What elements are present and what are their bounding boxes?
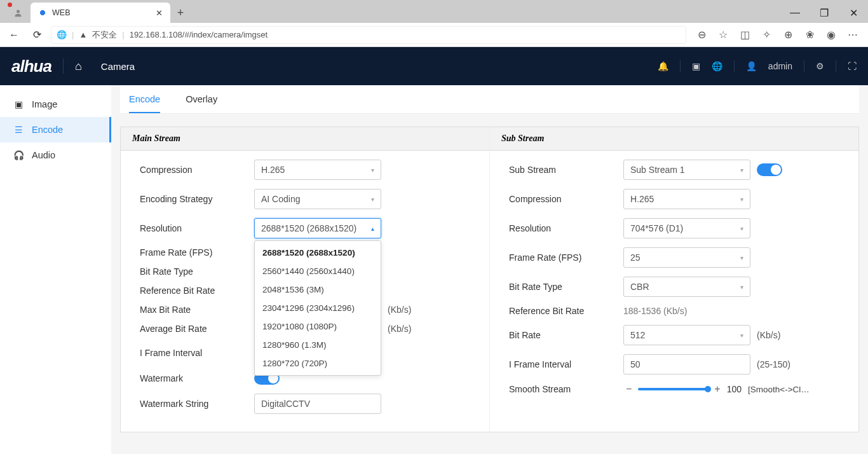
favorites-bar-icon[interactable]: ✧ xyxy=(760,29,773,41)
bell-icon[interactable]: 🔔 xyxy=(658,61,668,71)
url-field[interactable]: 🌐 | ▲ 不安全 | 192.168.1.108/#/index/camera… xyxy=(51,26,686,44)
tab-title: WEB xyxy=(52,8,70,17)
close-window-button[interactable]: ✕ xyxy=(839,3,868,23)
resolution-label: Resolution xyxy=(140,223,254,233)
home-icon[interactable]: ⌂ xyxy=(75,60,82,73)
gear-icon[interactable]: ⚙ xyxy=(816,61,824,71)
inprivate-icon[interactable]: ◉ xyxy=(825,29,837,41)
sub-brt-label: Bit Rate Type xyxy=(509,282,623,292)
substream-select[interactable]: Sub Stream 1▾ xyxy=(623,160,750,180)
sub-iframe-suffix: (25-150) xyxy=(757,359,790,369)
refresh-button[interactable]: ⟳ xyxy=(28,26,46,44)
brt-label: Bit Rate Type xyxy=(140,266,254,277)
sub-iframe-input[interactable]: 50 xyxy=(623,354,750,375)
minus-icon[interactable]: − xyxy=(623,383,634,395)
tab-overlay[interactable]: Overlay xyxy=(186,94,217,113)
resolution-option[interactable]: 1280*720 (720P) xyxy=(255,354,381,373)
headphones-icon: 🎧 xyxy=(13,150,24,160)
content-tabs: Encode Overlay xyxy=(120,85,859,114)
menu-icon[interactable]: ⋯ xyxy=(846,29,859,41)
sidebar-item-label: Encode xyxy=(32,125,63,135)
avgbr-label: Average Bit Rate xyxy=(140,324,254,334)
minimize-button[interactable]: — xyxy=(780,3,810,23)
app-header: alhua ⌂ Camera 🔔 ▣ 🌐 👤 admin ⚙ ⛶ xyxy=(0,47,868,85)
maxbr-label: Max Bit Rate xyxy=(140,305,254,315)
svg-point-0 xyxy=(17,10,20,13)
slider-thumb[interactable] xyxy=(705,386,711,392)
address-bar: ← ⟳ 🌐 | ▲ 不安全 | 192.168.1.108/#/index/ca… xyxy=(0,23,868,47)
archive-icon[interactable]: ▣ xyxy=(692,61,700,71)
camera-icon: ▣ xyxy=(13,99,24,109)
chevron-down-icon: ▾ xyxy=(371,196,374,203)
window-controls: — ❐ ✕ xyxy=(780,3,868,23)
sidebar-item-encode[interactable]: ☰ Encode xyxy=(0,117,111,142)
tab-bar: WEB ✕ + — ❐ ✕ xyxy=(0,0,868,23)
strategy-label: Encoding Strategy xyxy=(140,194,254,204)
sidebar-item-audio[interactable]: 🎧 Audio xyxy=(0,142,111,168)
sub-compression-select[interactable]: H.265▾ xyxy=(623,189,750,209)
globe-icon[interactable]: 🌐 xyxy=(712,61,722,71)
back-button[interactable]: ← xyxy=(5,26,23,44)
sub-refbr-label: Reference Bit Rate xyxy=(509,306,623,316)
chevron-down-icon: ▾ xyxy=(740,254,743,261)
fps-label: Frame Rate (FPS) xyxy=(140,247,254,258)
sub-fps-select[interactable]: 25▾ xyxy=(623,247,750,268)
username[interactable]: admin xyxy=(768,61,792,71)
layers-icon: ☰ xyxy=(13,125,24,135)
profile-icon[interactable] xyxy=(9,4,27,22)
url-text: 192.168.1.108/#/index/camera/imgset xyxy=(130,30,268,39)
resolution-dropdown: 2688*1520 (2688x1520) 2560*1440 (2560x14… xyxy=(254,240,381,376)
strategy-select[interactable]: AI Coding▾ xyxy=(254,189,381,209)
sub-stream-title: Sub Stream xyxy=(490,127,858,151)
sub-bitrate-suffix: (Kb/s) xyxy=(757,330,780,340)
sub-resolution-label: Resolution xyxy=(509,223,623,233)
sidebar-item-image[interactable]: ▣ Image xyxy=(0,92,111,117)
slider-track[interactable] xyxy=(638,388,708,390)
close-tab-icon[interactable]: ✕ xyxy=(156,8,163,18)
watermark-label: Watermark xyxy=(140,373,254,383)
maxbr-suffix: (Kb/s) xyxy=(388,305,411,315)
sub-bitrate-select[interactable]: 512▾ xyxy=(623,325,750,345)
favorite-icon[interactable]: ☆ xyxy=(717,29,729,41)
smooth-slider[interactable]: − + 100 xyxy=(623,383,742,395)
resolution-option[interactable]: 2688*1520 (2688x1520) xyxy=(255,244,381,262)
resolution-select[interactable]: 2688*1520 (2688x1520)▴ 2688*1520 (2688x1… xyxy=(254,218,381,238)
resolution-option[interactable]: 2048*1536 (3M) xyxy=(255,280,381,299)
maximize-button[interactable]: ❐ xyxy=(810,3,839,23)
tab-encode[interactable]: Encode xyxy=(129,94,160,113)
resolution-option[interactable]: 2304*1296 (2304x1296) xyxy=(255,299,381,317)
sub-resolution-select[interactable]: 704*576 (D1)▾ xyxy=(623,218,750,238)
sub-fps-label: Frame Rate (FPS) xyxy=(509,252,623,263)
fullscreen-icon[interactable]: ⛶ xyxy=(848,61,857,71)
zoom-icon[interactable]: ⊖ xyxy=(695,29,708,41)
resolution-option[interactable]: 1280*960 (1.3M) xyxy=(255,336,381,354)
refbr-label: Reference Bit Rate xyxy=(140,285,254,296)
new-tab-button[interactable]: + xyxy=(170,3,191,23)
resolution-option[interactable]: 1920*1080 (1080P) xyxy=(255,317,381,336)
split-icon[interactable]: ◫ xyxy=(738,29,751,41)
sub-stream-column: Sub Stream Sub Stream Sub Stream 1▾ Comp… xyxy=(489,127,858,432)
app-body: ▣ Image ☰ Encode 🎧 Audio Encode Overlay … xyxy=(0,85,868,454)
substream-toggle[interactable] xyxy=(757,163,782,176)
warning-icon: ▲ xyxy=(79,30,87,39)
extension-icon[interactable]: ❀ xyxy=(803,29,816,41)
smooth-value: 100 xyxy=(727,384,742,394)
compression-select[interactable]: H.265▾ xyxy=(254,160,381,180)
favicon-icon xyxy=(38,8,47,17)
user-icon: 👤 xyxy=(746,61,757,71)
chevron-up-icon: ▴ xyxy=(371,225,374,232)
ie-mode-icon: 🌐 xyxy=(57,30,67,39)
chevron-down-icon: ▾ xyxy=(740,196,743,203)
collections-icon[interactable]: ⊕ xyxy=(782,29,794,41)
sidebar-item-label: Image xyxy=(32,99,57,109)
resolution-option[interactable]: 2560*1440 (2560x1440) xyxy=(255,262,381,280)
encode-panel: Main Stream Compression H.265▾ Encoding … xyxy=(120,127,859,432)
avgbr-suffix: (Kb/s) xyxy=(388,324,411,334)
chevron-down-icon: ▾ xyxy=(740,225,743,232)
chevron-down-icon: ▾ xyxy=(371,167,374,174)
browser-tab[interactable]: WEB ✕ xyxy=(31,3,170,23)
sub-refbr-value: 188-1536 (Kb/s) xyxy=(623,306,687,316)
plus-icon[interactable]: + xyxy=(712,383,722,395)
sub-brt-select[interactable]: CBR▾ xyxy=(623,277,750,297)
wmstring-input[interactable]: DigitalCCTV xyxy=(254,394,381,414)
